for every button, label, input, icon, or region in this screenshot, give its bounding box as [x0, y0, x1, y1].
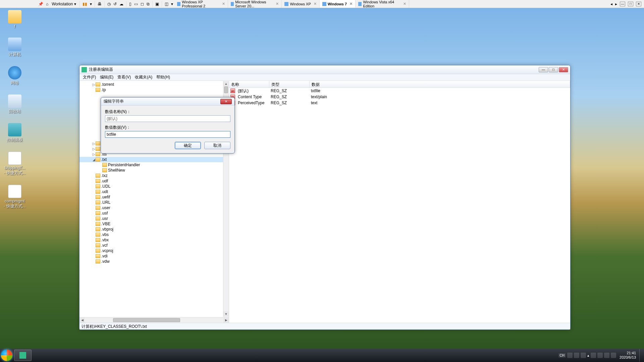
tree-node[interactable]: .tp [79, 87, 229, 93]
tree-node[interactable]: .vdw [79, 259, 229, 264]
regedit-minimize-button[interactable]: — [539, 67, 548, 72]
scroll-right-icon[interactable]: ▶ [223, 317, 229, 323]
dialog-titlebar[interactable]: 编辑字符串 ✕ [101, 98, 234, 106]
ime-indicator[interactable]: CH [558, 353, 566, 358]
vm-tab[interactable]: Windows 7✕ [320, 0, 356, 8]
regedit-titlebar[interactable]: 注册表编辑器 — □ ✕ [79, 65, 570, 74]
tree-node[interactable]: .VBE [79, 221, 229, 227]
regedit-maximize-button[interactable]: □ [549, 67, 558, 72]
tree-node[interactable]: ShellNew [79, 168, 229, 173]
vm-view4-icon[interactable]: ⧉ [145, 1, 151, 7]
menu-item[interactable]: 帮助(H) [154, 74, 172, 80]
scroll-left-icon[interactable]: ◀ [79, 317, 85, 323]
cancel-button[interactable]: 取消 [204, 142, 230, 149]
ime-mode-icon[interactable] [567, 353, 573, 358]
vm-close-button[interactable]: ✕ [636, 2, 641, 6]
tree-node[interactable]: ▷.torrent [79, 82, 229, 87]
expand-icon[interactable]: ▷ [92, 147, 96, 151]
desktop-icon[interactable]: 控制面板 [2, 123, 28, 143]
workstation-menu[interactable]: Workstation ▾ [50, 1, 78, 7]
list-row[interactable]: abPerceivedTypeREG_SZtext [229, 100, 570, 106]
desktop-icon[interactable]: 网络 [2, 66, 28, 86]
expand-icon[interactable]: ◢ [92, 158, 96, 162]
vm-pause-menu[interactable]: ▾ [89, 1, 93, 7]
expand-icon[interactable]: ▷ [92, 142, 96, 145]
scroll-down-icon[interactable]: ▼ [223, 311, 229, 317]
tree-node[interactable]: .txz [79, 173, 229, 178]
vm-tab[interactable]: Windows XP✕ [282, 0, 319, 8]
clock[interactable]: 21:41 2020/6/13 [618, 351, 638, 360]
tree-node[interactable]: .URL [79, 200, 229, 205]
scroll-thumb[interactable] [224, 86, 228, 93]
vm-tab-close-icon[interactable]: ✕ [314, 2, 317, 6]
tree-node[interactable]: .vbs [79, 232, 229, 237]
tree-node[interactable]: PersistentHandler [79, 162, 229, 168]
tree-node[interactable]: .udt [79, 189, 229, 194]
desktop-icon[interactable]: f [2, 10, 28, 29]
vm-tab-close-icon[interactable]: ✕ [276, 2, 279, 6]
menu-item[interactable]: 文件(F) [81, 74, 98, 80]
desktop[interactable]: f计算机网络回收站控制面板ShippingT... - 快捷方式...compm… [0, 8, 644, 362]
tree-node[interactable]: .UDL [79, 184, 229, 189]
vm-manage-icon[interactable]: ☁ [118, 1, 125, 7]
menu-item[interactable]: 编辑(E) [98, 74, 115, 80]
desktop-icon[interactable]: 计算机 [2, 38, 28, 57]
tree-node[interactable]: .vbx [79, 237, 229, 243]
tree-node[interactable]: ◢.txt [79, 157, 229, 162]
vm-revert-icon[interactable]: ↺ [112, 1, 118, 7]
tree-node[interactable]: .usr [79, 216, 229, 221]
list-row[interactable]: ab(默认)REG_SZtxtfile [229, 88, 570, 94]
tray-app-icon[interactable] [597, 353, 603, 358]
vm-unity-menu[interactable]: ▾ [170, 1, 174, 7]
vm-home-icon[interactable]: ⌂ [45, 1, 50, 7]
volume-icon[interactable] [611, 353, 616, 358]
tree-node[interactable]: .uefif [79, 194, 229, 200]
network-icon[interactable] [604, 353, 609, 358]
vm-pause-icon[interactable]: ▮▮ [81, 1, 89, 7]
vm-maximize-button[interactable]: □ [628, 2, 633, 6]
value-data-field[interactable] [105, 131, 230, 138]
vm-tabs-prev-icon[interactable]: ◂ [610, 2, 612, 6]
vm-minimize-button[interactable]: — [620, 2, 625, 6]
menu-item[interactable]: 查看(V) [115, 74, 133, 80]
vm-pin-icon[interactable]: 📌 [37, 1, 45, 7]
tree-node[interactable]: .vbproj [79, 227, 229, 232]
tree-node[interactable]: .vcproj [79, 248, 229, 253]
tree-node[interactable]: .vcf [79, 243, 229, 248]
tree-node[interactable]: .user [79, 205, 229, 210]
start-button[interactable] [0, 349, 13, 362]
vm-send-icon[interactable]: 🖶 [96, 1, 103, 7]
regedit-close-button[interactable]: ✕ [559, 67, 568, 72]
task-regedit[interactable] [14, 350, 32, 361]
tree-node[interactable]: .usf [79, 210, 229, 216]
vm-tab[interactable]: Microsoft Windows Server 20...✕ [228, 0, 282, 8]
col-data[interactable]: 数据 [310, 81, 570, 87]
ime-keyboard-icon[interactable] [574, 353, 579, 358]
vm-tab-close-icon[interactable]: ✕ [350, 2, 353, 6]
tree-hscrollbar[interactable]: ◀ ▶ [79, 317, 229, 323]
list-header[interactable]: 名称 类型 数据 [229, 81, 570, 88]
tree-node[interactable]: .vdi [79, 253, 229, 259]
menu-item[interactable]: 收藏夹(A) [133, 74, 154, 80]
vm-tab-close-icon[interactable]: ✕ [403, 2, 406, 6]
tray-chevron-icon[interactable]: ▴ [587, 353, 589, 358]
expand-icon[interactable]: ▷ [92, 83, 96, 86]
vm-tab[interactable]: Windows XP Professional 2✕ [174, 0, 228, 8]
desktop-icon[interactable]: ShippingT... - 快捷方式... [2, 152, 28, 176]
vm-snapshot-icon[interactable]: ◷ [106, 1, 112, 7]
scroll-up-icon[interactable]: ▲ [223, 81, 229, 86]
list-row[interactable]: abContent TypeREG_SZtext/plain [229, 94, 570, 100]
scroll-hthumb[interactable] [113, 318, 180, 322]
vm-tabs-next-icon[interactable]: ▸ [615, 2, 617, 6]
dialog-close-button[interactable]: ✕ [220, 99, 232, 104]
vm-fullscreen-icon[interactable]: ▣ [154, 1, 160, 7]
vm-view1-icon[interactable]: ▯ [128, 1, 133, 7]
vm-tab-close-icon[interactable]: ✕ [222, 2, 225, 6]
col-name[interactable]: 名称 [229, 81, 269, 87]
expand-icon[interactable]: ▷ [92, 153, 96, 156]
tree-node[interactable]: .udf [79, 178, 229, 184]
col-type[interactable]: 类型 [269, 81, 310, 87]
desktop-icon[interactable]: compmgmt - 快捷方式... [2, 185, 28, 209]
action-center-icon[interactable] [591, 353, 596, 358]
vm-unity-icon[interactable]: ◫ [163, 1, 170, 7]
